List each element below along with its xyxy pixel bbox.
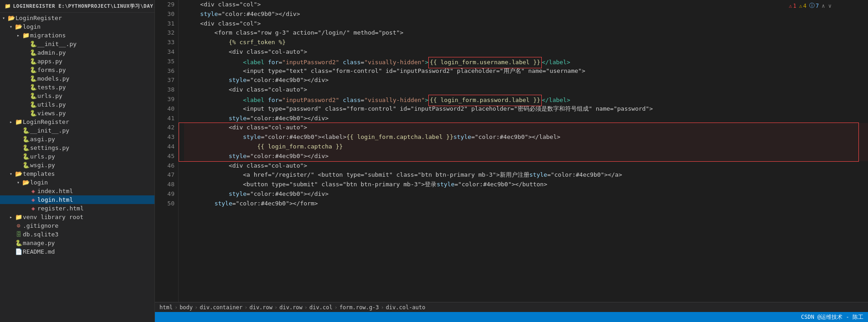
code-line-44: {{ login_form.captcha }} [184,142,868,152]
sidebar-item-login-html[interactable]: ◈login.html [0,195,154,204]
line-number-46: 46 [159,161,175,171]
python-icon: 🐍 [22,153,30,160]
sidebar-item-apps-py[interactable]: 🐍apps.py [0,57,154,66]
sidebar-item-urls-py[interactable]: 🐍urls.py [0,92,154,100]
breadcrumb-sep-4: › [304,304,308,311]
sidebar-title: 📁 LoginRegister E:\pythonProject\linux学习… [0,0,154,13]
sidebar-item-gitignore[interactable]: ⊙.gitignore [0,221,154,230]
file-label: login.html [37,196,154,203]
file-label: admin.py [37,49,154,56]
folder-open-icon: 📂 [15,23,23,30]
file-label: utils.py [37,101,154,108]
sidebar-item-lr-urls-py[interactable]: 🐍urls.py [0,152,154,161]
code-line-50: style="color:#4ec9b0"></form> [184,199,868,209]
breadcrumb-item-7[interactable]: div.col-auto [386,304,426,311]
sidebar-item-db-sqlite3[interactable]: 🗄db.sqlite3 [0,230,154,239]
python-icon: 🐍 [29,49,37,56]
code-line-45: style="color:#4ec9b0"></div> [184,152,868,161]
expand-collapse[interactable]: ∧ ∨ [822,3,832,9]
db-icon: 🗄 [15,231,23,238]
folder-arrow-closed: ▸ [15,33,22,38]
line-number-29: 29 [159,0,175,10]
breadcrumb-item-4[interactable]: div.row [279,304,303,311]
file-label: db.sqlite3 [23,231,154,238]
folder-arrow-open: ▾ [7,24,15,29]
line-number-39: 39 [159,95,175,104]
breadcrumb-item-2[interactable]: div.container [200,304,242,311]
code-line-31: <div class="col"> [184,19,868,29]
breadcrumb-item-5[interactable]: div.col [309,304,333,311]
file-label: index.html [37,188,154,194]
file-label: LoginRegister [23,118,154,125]
git-icon: ⊙ [15,222,23,229]
line-number-43: 43 [159,133,175,142]
file-label: tests.py [37,84,154,91]
sidebar-item-LoginRegister-root[interactable]: ▾📂LoginRegister [0,14,154,22]
code-content[interactable]: <div class="col"> style="color:#4ec9b0">… [179,0,868,302]
readme-icon: 📄 [15,248,23,255]
html-icon: ◈ [29,188,37,194]
sidebar-item-init-py[interactable]: 🐍__init__.py [0,40,154,48]
breadcrumb-bar: html › body › div.container › div.row › … [155,302,868,312]
line-number-31: 31 [159,19,175,29]
sidebar-item-venv-folder[interactable]: ▸📁venv library root [0,213,154,221]
code-line-30: style="color:#4ec9b0"></div> [184,10,868,19]
line-number-40: 40 [159,104,175,114]
python-icon: 🐍 [22,162,30,169]
sidebar-item-readme[interactable]: 📄README.md [0,247,154,256]
error-badge: ⚠ 1 [789,3,796,9]
code-line-42: <div class="col-auto"> [184,123,868,133]
file-label: apps.py [37,58,154,65]
sidebar-item-forms-py[interactable]: 🐍forms.py [0,66,154,74]
sidebar-item-LoginRegister-folder[interactable]: ▸📁LoginRegister [0,118,154,126]
breadcrumb-sep-0: › [175,304,178,311]
file-label: models.py [37,75,154,82]
sidebar-item-lr-init-py[interactable]: 🐍__init__.py [0,126,154,135]
file-label: login [23,23,154,30]
breadcrumb-sep-6: › [381,304,384,311]
code-line-32: <form class="row g-3" action="/login/" m… [184,28,868,38]
file-label: LoginRegister [15,15,154,21]
sidebar-item-admin-py[interactable]: 🐍admin.py [0,48,154,57]
file-label: __init__.py [37,41,154,47]
python-icon2: 🐍 [29,110,37,117]
file-label: views.py [37,110,154,117]
python-icon: 🐍 [29,101,37,108]
sidebar-item-templates-folder[interactable]: ▾📂templates [0,169,154,178]
sidebar-item-login-templates-folder[interactable]: ▾📂login [0,178,154,187]
folder-arrow-open: ▾ [15,180,22,185]
python-icon: 🐍 [22,136,30,143]
sidebar-item-tests-py[interactable]: 🐍tests.py [0,83,154,92]
sidebar-item-lr-wsgi-py[interactable]: 🐍wsgi.py [0,161,154,169]
python-blue-icon: 🐍 [22,144,30,151]
line-number-44: 44 [159,142,175,152]
breadcrumb-item-3[interactable]: div.row [249,304,272,311]
breadcrumb-item-0[interactable]: html [159,304,173,311]
python-icon: 🐍 [29,58,37,65]
info-badge: ⓘ 7 [809,2,819,10]
code-line-33: {% csrf_token %} [184,38,868,47]
code-line-41: style="color:#4ec9b0"></div> [184,114,868,123]
sidebar-item-migrations-folder[interactable]: ▸📁migrations [0,31,154,40]
breadcrumb-item-6[interactable]: form.row.g-3 [339,304,379,311]
file-label: venv library root [23,214,154,220]
sidebar-item-index-html[interactable]: ◈index.html [0,187,154,195]
line-number-38: 38 [159,85,175,95]
sidebar-item-manage-py[interactable]: 🐍manage.py [0,239,154,247]
sidebar-item-models-py[interactable]: 🐍models.py [0,74,154,83]
sidebar-item-views-py[interactable]: 🐍views.py [0,109,154,118]
line-number-42: 42 [159,123,175,133]
sidebar-item-lr-asgi-py[interactable]: 🐍asgi.py [0,135,154,143]
line-number-45: 45 [159,152,175,161]
code-line-36: <input type="text" class="form-control" … [184,66,868,76]
file-label: README.md [23,248,154,255]
sidebar-item-login-folder[interactable]: ▾📂login [0,22,154,31]
sidebar-item-utils-py[interactable]: 🐍utils.py [0,100,154,109]
code-line-29: <div class="col"> [184,0,868,10]
status-bar: CSDN @运维技术 - 陈工 [155,312,868,322]
breadcrumb-item-1[interactable]: body [180,304,193,311]
sidebar-item-register-html[interactable]: ◈register.html [0,204,154,213]
sidebar-item-lr-settings-py[interactable]: 🐍settings.py [0,143,154,152]
python-icon: 🐍 [22,127,30,134]
code-line-43: style="color:#4ec9b0"><label>{{ login_fo… [184,133,868,142]
